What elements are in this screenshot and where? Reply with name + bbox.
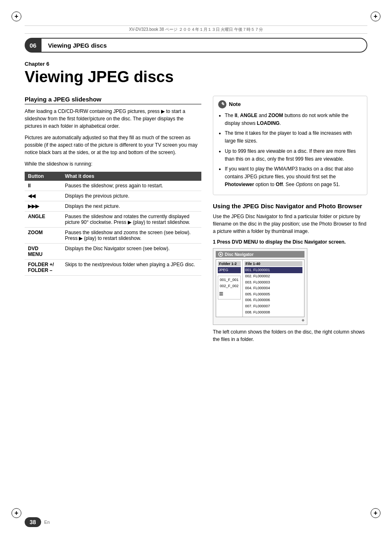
desc-cell: Pauses the slideshow and rotates the cur… [62, 211, 201, 227]
note-item: If you want to play the WMA/MP3 tracks o… [225, 165, 362, 189]
table-row: ▶▶▶Displays the next picture. [25, 201, 201, 211]
note-item: Up to 999 files are viewable on a disc. … [225, 147, 362, 163]
table-header-button: Button [25, 172, 62, 181]
desc-cell: Pauses the slideshow and zooms the scree… [62, 227, 201, 243]
table-row: IIPauses the slideshow; press again to r… [25, 181, 201, 191]
chapter-main-title: Viewing JPEG discs [25, 69, 367, 86]
note-header: ✎ Note [218, 100, 362, 108]
reg-mark-tr [371, 12, 380, 21]
disc-nav-col1-header: Folder 1-2 [218, 261, 241, 266]
button-cell: ◀◀ [25, 191, 62, 201]
disc-nav-file-item: 001. FL000001 [244, 267, 302, 273]
note-icon: ✎ [218, 100, 226, 108]
section1-heading: Playing a JPEG slideshow [25, 96, 201, 104]
disc-nav-file-item: 003. FL000003 [244, 279, 302, 286]
header-bar: XV-DV323.book 38 ページ ２００４年１月１３日 火曜日 午後７時… [25, 25, 367, 34]
desc-cell: Displays the Disc Navigator screen (see … [62, 243, 201, 259]
disc-nav-file-item: 007. FL000007 [244, 303, 302, 309]
disc-navigator-img: Disc Navigator Folder 1-2 JPEG 001_F_001… [213, 248, 307, 325]
button-cell: ANGLE [25, 211, 62, 227]
reg-mark-br [371, 508, 380, 518]
section2-heading: Using the JPEG Disc Navigator and Photo … [213, 203, 367, 210]
disc-nav-right-col: File 1-40 001. FL000001002. FL000002003.… [243, 260, 304, 317]
table-row: ANGLEPauses the slideshow and rotates th… [25, 211, 201, 227]
table-row: FOLDER +/FOLDER –Skips to the next/previ… [25, 259, 201, 275]
note-item: The II, ANGLE and ZOOM buttons do not wo… [225, 112, 362, 127]
reg-mark-tl [12, 12, 21, 21]
disc-nav-jpeg: JPEG [218, 267, 241, 273]
disc-nav-col2-header: File 1-40 [244, 261, 302, 266]
disc-nav-content: Folder 1-2 JPEG 001_F_001 002_F_002 ≡ Fi… [216, 259, 304, 317]
chapter-number: 06 [25, 38, 42, 53]
section1-para3: While the slideshow is running: [25, 160, 201, 168]
desc-cell: Skips to the next/previous folder when p… [62, 259, 201, 275]
note-item: The time it takes for the player to load… [225, 129, 362, 145]
disc-nav-folder2: 002_F_002 [219, 283, 240, 289]
desc-cell: Pauses the slideshow; press again to res… [62, 181, 201, 191]
desc-cell: Displays the next picture. [62, 201, 201, 211]
file-info: XV-DV323.book 38 ページ ２００４年１月１３日 火曜日 午後７時… [129, 27, 263, 32]
disc-nav-file-item: 004. FL000004 [244, 285, 302, 291]
table-row: ◀◀Displays the previous picture. [25, 191, 201, 201]
two-col-layout: Playing a JPEG slideshow After loading a… [25, 96, 367, 347]
section1-para1: After loading a CD/CD-R/RW containing JP… [25, 108, 201, 130]
page-footer: 38 En [25, 517, 367, 527]
chapter-label: Chapter 6 [25, 61, 367, 67]
disc-nav-file-item: 002. FL000002 [244, 273, 302, 279]
disc-nav-folder1: 001_F_001 [219, 277, 240, 283]
chapter-header: 06 Viewing JPEG discs [25, 38, 367, 53]
page-number: 38 [25, 517, 41, 527]
note-box: ✎ Note The II, ANGLE and ZOOM buttons do… [213, 96, 367, 196]
chapter-title: Viewing JPEG discs [42, 38, 367, 53]
desc-cell: Displays the previous picture. [62, 191, 201, 201]
svg-point-1 [220, 253, 221, 255]
disc-nav-left-col: Folder 1-2 JPEG 001_F_001 002_F_002 ≡ [216, 260, 243, 317]
col-left: Playing a JPEG slideshow After loading a… [25, 96, 201, 347]
section1-para2: Pictures are automatically adjusted so t… [25, 134, 201, 156]
reg-mark-bl [12, 508, 21, 518]
button-cell: II [25, 181, 62, 191]
disc-nav-files: 001. FL000001002. FL000002003. FL0000030… [244, 267, 302, 315]
button-cell: ▶▶▶ [25, 201, 62, 211]
button-cell: FOLDER +/FOLDER – [25, 259, 62, 275]
table-header-desc: What it does [62, 172, 201, 181]
button-cell: ZOOM [25, 227, 62, 243]
disc-nav-title: Disc Navigator [216, 251, 304, 258]
disc-icon [218, 252, 223, 257]
main-content: Chapter 6 Viewing JPEG discs Playing a J… [25, 61, 367, 510]
col-right: ✎ Note The II, ANGLE and ZOOM buttons do… [213, 96, 367, 347]
disc-nav-file-item: 008. FL000008 [244, 309, 302, 315]
section2-intro: Use the JPEG Disc Navigator to find a pa… [213, 213, 367, 235]
section2-caption: The left column shows the folders on the… [213, 328, 367, 343]
button-cell: DVDMENU [25, 243, 62, 259]
disc-nav-file-item: 006. FL000006 [244, 297, 302, 303]
step1-heading: 1 Press DVD MENU to display the Disc Nav… [213, 239, 367, 245]
table-row: ZOOMPauses the slideshow and zooms the s… [25, 227, 201, 243]
disc-nav-scroll: ◆ [216, 318, 304, 322]
disc-nav-file-item: 005. FL000005 [244, 291, 302, 297]
note-list: The II, ANGLE and ZOOM buttons do not wo… [218, 112, 362, 189]
page-lang: En [44, 520, 50, 525]
button-table: Button What it does IIPauses the slidesh… [25, 172, 201, 276]
note-title: Note [229, 101, 241, 107]
table-row: DVDMENUDisplays the Disc Navigator scree… [25, 243, 201, 259]
